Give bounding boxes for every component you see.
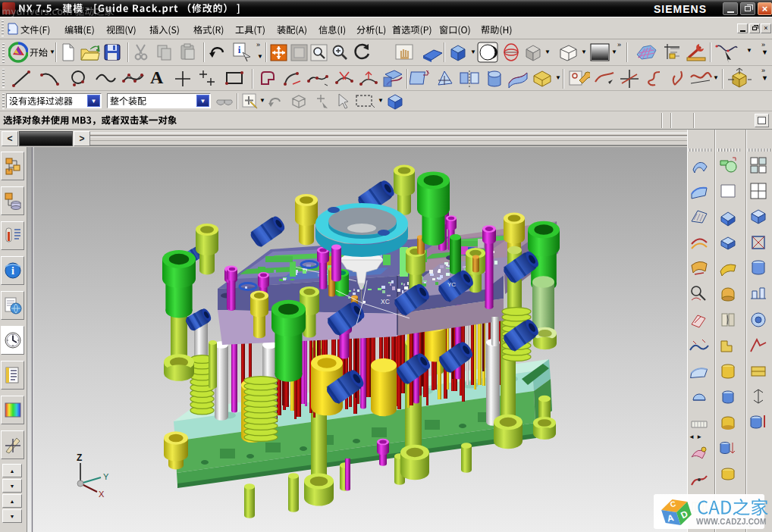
svg-text:X: X bbox=[99, 490, 105, 499]
svg-text:YC: YC bbox=[447, 281, 456, 288]
svg-text:XC: XC bbox=[381, 298, 390, 305]
svg-text:Z: Z bbox=[77, 452, 82, 463]
svg-text:i: i bbox=[11, 265, 14, 277]
svg-text:i: i bbox=[238, 44, 241, 55]
svg-text:Y: Y bbox=[103, 472, 109, 481]
